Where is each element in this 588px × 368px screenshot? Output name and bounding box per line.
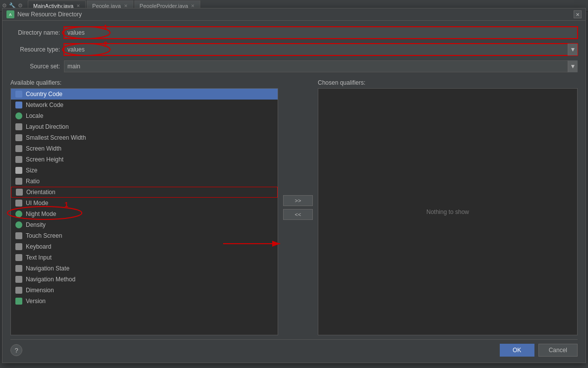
source-set-label: Source set: (10, 63, 60, 70)
qualifier-navigation-method-label: Navigation Method (26, 276, 75, 283)
dialog-title-bar: A New Resource Directory ✕ (2, 8, 586, 21)
qualifier-dimension-label: Dimension (26, 287, 54, 294)
chosen-qualifiers-area: Nothing to show (318, 88, 578, 335)
dimension-icon (15, 286, 23, 294)
resource-type-select[interactable]: values (64, 44, 578, 55)
qualifier-list: Country Code Network Code (10, 88, 278, 335)
qualifier-dimension[interactable]: Dimension (11, 285, 278, 296)
navigation-state-icon (15, 264, 23, 272)
qualifier-smallest-screen-width-label: Smallest Screen Width (26, 134, 86, 141)
country-code-icon (15, 90, 23, 98)
qualifier-orientation-label: Orientation (26, 189, 56, 196)
qualifier-ui-mode-label: UI Mode (26, 200, 48, 207)
size-icon (15, 166, 23, 174)
dialog-icon: A (6, 10, 14, 18)
night-mode-icon (15, 210, 23, 218)
qualifier-keyboard-label: Keyboard (26, 243, 51, 250)
chosen-qualifiers-label: Chosen qualifiers: (318, 79, 578, 86)
qualifier-screen-height[interactable]: Screen Height (11, 154, 278, 165)
qualifier-version-label: Version (26, 298, 46, 305)
locale-icon (15, 112, 23, 120)
touch-screen-icon (15, 232, 23, 240)
qualifier-density-label: Density (26, 221, 46, 228)
network-code-icon (15, 101, 23, 109)
ui-mode-icon (15, 199, 23, 207)
qualifier-night-mode[interactable]: Night Mode (11, 209, 278, 219)
available-qualifiers-panel: Available qualifiers: Country Code (10, 79, 278, 335)
qualifier-locale[interactable]: Locale (11, 110, 278, 121)
screen-width-icon (15, 145, 23, 153)
qualifier-screen-width-label: Screen Width (26, 145, 61, 152)
available-qualifiers-label: Available qualifiers: (10, 79, 278, 86)
directory-name-row: Directory name: 1 (10, 27, 578, 39)
qualifier-country-code-label: Country Code (26, 91, 62, 98)
svg-text:A: A (9, 12, 12, 17)
qualifier-ratio[interactable]: Ratio (11, 176, 278, 187)
qualifier-keyboard[interactable]: Keyboard (11, 241, 278, 252)
qualifier-screen-height-label: Screen Height (26, 156, 63, 163)
qualifier-screen-width[interactable]: Screen Width (11, 143, 278, 154)
qualifier-layout-direction-label: Layout Direction (26, 123, 69, 130)
tab-close-main[interactable]: ✕ (76, 3, 80, 8)
dialog-title: New Resource Directory (17, 11, 82, 18)
qualifier-navigation-method[interactable]: Navigation Method (11, 274, 278, 285)
help-button[interactable]: ? (10, 344, 22, 356)
screen-height-icon (15, 156, 23, 163)
qualifier-smallest-screen-width[interactable]: Smallest Screen Width (11, 132, 278, 143)
qualifier-ui-mode[interactable]: UI Mode (11, 198, 278, 209)
dialog-close-button[interactable]: ✕ (574, 10, 582, 18)
qualifier-orientation[interactable]: Orientation (11, 187, 278, 198)
navigation-method-icon (15, 275, 23, 283)
qualifier-country-code[interactable]: Country Code (11, 89, 278, 100)
qualifier-network-code[interactable]: Network Code (11, 100, 278, 110)
qualifier-layout-direction[interactable]: Layout Direction (11, 121, 278, 132)
dialog-bottom-bar: ? OK Cancel (10, 339, 578, 357)
qualifier-locale-label: Locale (26, 112, 43, 119)
version-icon (15, 297, 23, 305)
qualifier-navigation-state-label: Navigation State (26, 265, 69, 272)
qualifier-network-code-label: Network Code (26, 102, 63, 108)
chosen-qualifiers-panel: Chosen qualifiers: Nothing to show (318, 79, 578, 335)
qualifier-ratio-label: Ratio (26, 178, 40, 185)
qualifier-version[interactable]: Version (11, 296, 278, 307)
qualifier-text-input[interactable]: Text Input (11, 252, 278, 263)
ok-button[interactable]: OK (500, 344, 534, 357)
qualifier-touch-screen-label: Touch Screen (26, 232, 62, 239)
ratio-icon (15, 177, 23, 185)
directory-name-label: Directory name: (10, 29, 60, 36)
nothing-to-show-text: Nothing to show (426, 209, 469, 215)
keyboard-icon (15, 243, 23, 251)
remove-qualifier-button[interactable]: << (283, 209, 313, 220)
cancel-button[interactable]: Cancel (538, 344, 578, 357)
add-qualifier-button[interactable]: >> (283, 195, 313, 206)
qualifier-size[interactable]: Size (11, 165, 278, 176)
directory-name-input[interactable] (64, 27, 578, 39)
resource-type-label: Resource type: (10, 46, 60, 53)
smallest-screen-width-icon (15, 134, 23, 142)
resource-type-row: Resource type: values ▼ 2 (10, 44, 578, 55)
qualifier-size-label: Size (26, 167, 37, 174)
density-icon (15, 221, 23, 229)
source-set-select[interactable]: main (64, 60, 578, 72)
qualifier-night-mode-label: Night Mode (26, 210, 56, 217)
qualifier-text-input-label: Text Input (26, 254, 52, 261)
text-input-icon (15, 254, 23, 262)
qualifier-touch-screen[interactable]: Touch Screen (11, 230, 278, 241)
qualifier-navigation-state[interactable]: Navigation State (11, 263, 278, 274)
qualifier-density[interactable]: Density (11, 219, 278, 230)
transfer-buttons-area: >> << (278, 79, 318, 335)
orientation-icon (15, 188, 23, 196)
source-set-row: Source set: main ▼ (10, 60, 578, 72)
layout-direction-icon (15, 123, 23, 131)
